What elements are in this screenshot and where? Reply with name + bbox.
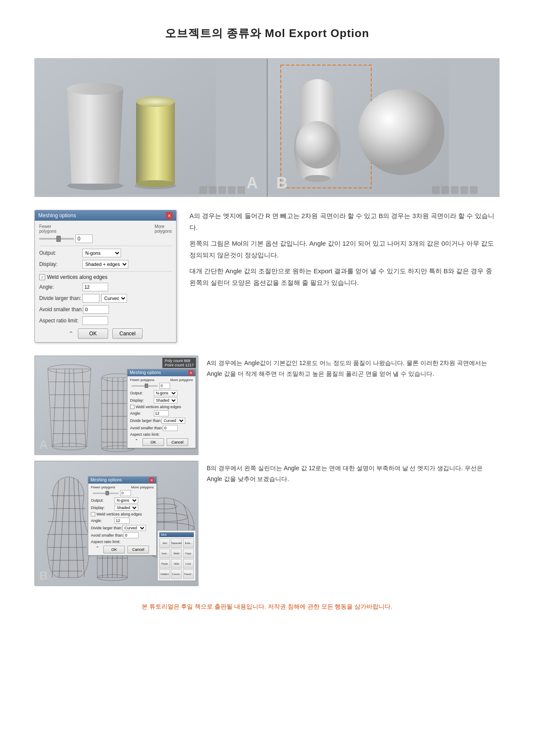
sd-display-select[interactable]: Shaded + edges [154,397,177,403]
sd-ok-btn[interactable]: OK [143,438,164,446]
divide-input[interactable] [82,294,99,303]
sd-b-weld-checkbox[interactable] [91,512,95,516]
aspect-input[interactable] [82,316,108,325]
toolbar-icon-b1 [432,186,440,194]
mol-btn-construct[interactable]: Constr.. [171,569,182,579]
sd-cancel-btn[interactable]: Cancel [167,438,188,446]
footer: 본 튜토리얼은 후일 책으로 출판될 내용입니다. 저작권 침해에 관한 모든 … [34,599,500,611]
cancel-button[interactable]: Cancel [112,328,143,339]
angle-input[interactable] [82,283,108,291]
middle-section: Meshing options ✕ Fewerpolygons Morepoly… [34,210,500,343]
polygon-slider[interactable] [39,238,74,240]
sd-b-display-select[interactable]: Shaded + edges [115,505,138,511]
mol-btn-copy[interactable]: Copy [183,549,194,558]
small-dialog-b-title-text: Meshing options [90,478,122,483]
page: 오브젝트의 종류와 Mol Export Option 3D [0,0,534,756]
mol-btn-separate[interactable]: Separate [171,538,182,548]
sd-b-more: More polygons [131,485,154,489]
sd-weld-checkbox[interactable] [130,405,134,409]
sd-b-cancel-btn[interactable]: Cancel [127,546,149,553]
mol-btn-transform[interactable]: Transf.. [183,569,194,579]
avoid-label: Avoid smaller than: [39,306,83,312]
svg-point-10 [358,89,444,175]
dialog-close-button[interactable]: ✕ [166,212,173,219]
mol-btn-hide[interactable]: Hide [171,559,182,569]
sd-output-select[interactable]: N-gons [154,390,177,396]
sd-divide-label: Divide larger than: [130,419,161,423]
point-label: Point count 1217 [165,363,194,367]
sd-avoid-input[interactable] [163,425,178,431]
text-b-para: B의 경우에서 왼쪽 실린더는 Angle 값 12로는 면에 대한 설명이 부… [207,463,500,484]
sd-polygon-labels: Fewer polygons More polygons [130,378,193,382]
mol-tool-grid: Join Separate Exte.. Inse.. Weld Copy Pa… [159,538,194,579]
sd-aspect-label: Aspect ratio limit: [130,432,160,437]
sd-divide-select[interactable]: Curved [161,418,185,424]
sd-slider-row: 0 [130,383,193,389]
sd-b-collapse-icon[interactable]: ⌃ [96,546,99,553]
mol-btn-hidden[interactable]: Hidden [159,569,170,579]
toolbar-icon-b4 [460,186,468,194]
small-dialog-a-close[interactable]: ✕ [188,370,193,375]
sd-b-output-select[interactable]: N-gons [115,497,138,503]
text-a-para: A의 경우에는 Angle값이 기본값인 12로도 어느 정도의 품질이 나왔습… [207,358,500,379]
mol-btn-insert[interactable]: Inse.. [159,549,170,558]
sd-b-angle-input[interactable] [115,518,130,524]
slider-container[interactable]: 0 [39,234,172,243]
avoid-input[interactable] [83,305,109,314]
viewport-b: 3D [268,59,500,197]
display-select[interactable]: Shaded + edges [82,260,128,269]
sd-b-avoid-label: Avoid smaller than: [91,533,124,537]
angle-row: Angle: [39,283,172,291]
sd-avoid-row: Avoid smaller than: [130,425,193,431]
viewport-b-letter: B [276,174,288,192]
small-dialog-b-body: Fewer polygons More polygons 0 Output: N… [88,484,156,555]
mol-btn-weld[interactable]: Weld [171,549,182,558]
sd-b-divide-select[interactable]: Curved [122,525,146,531]
bottom-viewport-a-letter: A [39,438,48,452]
sd-slider[interactable] [132,385,158,387]
divide-select[interactable]: Curved [101,294,127,303]
svg-point-12 [304,175,330,182]
mol-btn-paste[interactable]: Paste [159,559,170,569]
mol-btn-join[interactable]: Join [159,538,170,548]
sd-angle-input[interactable] [154,410,169,416]
viewport-a-toolbar [199,186,245,194]
sd-output-row: Output: N-gons [130,390,193,396]
toolbar-icon-4 [228,186,236,194]
display-row: Display: Shaded + edges [39,260,172,269]
mol-btn-extend[interactable]: Exte.. [183,538,194,548]
sd-b-aspect-label: Aspect ratio limit: [91,540,121,544]
sd-b-angle-row: Angle: [91,518,154,524]
bottom-row-a: 3D [34,356,500,455]
main-para2: 왼쪽의 그림은 Mol의 기본 옵션 값입니다. Angle 값이 12이 되어… [189,237,500,261]
ok-button[interactable]: OK [78,328,108,339]
toolbar-icon-2 [209,186,217,194]
mol-btn-lock[interactable]: Lock [183,559,194,569]
output-select[interactable]: N-gons [82,249,121,257]
weld-checkbox[interactable]: ✓ [39,274,45,280]
sd-aspect-row: Aspect ratio limit: [130,432,193,437]
toolbar-icon-1 [199,186,207,194]
small-dialog-b-title: Meshing options ✕ [88,477,156,484]
sd-b-slider[interactable] [93,493,118,494]
sd-collapse-icon[interactable]: ⌃ [135,438,138,446]
polycount-display: Poly count 868 Point count 1217 [162,358,196,368]
sd-b-slider-row: 0 [91,490,154,496]
separator-2 [39,271,172,272]
polycount-value: 868 [184,359,190,363]
dialog-titlebar: Meshing options ✕ [35,210,176,221]
small-dialog-b-close[interactable]: ✕ [149,478,154,483]
display-label: Display: [39,261,82,267]
svg-rect-5 [136,102,175,184]
bottom-viewport-b-letter: B [39,569,48,583]
mol-toolbar-title: Mol [159,532,194,537]
more-label: Morepolygons [155,224,172,234]
sd-b-ok-btn[interactable]: OK [103,546,125,553]
small-dialog-a-title: Meshing options ✕ [127,369,196,376]
sd-b-fewer: Fewer polygons [91,485,115,489]
sd-b-avoid-input[interactable] [124,532,139,538]
bottom-viewport-b: √ Mol [34,461,198,586]
viewport-a-letter: A [247,174,258,192]
collapse-icon[interactable]: ⌃ [68,330,74,337]
dialog-title: Meshing options [38,212,76,219]
